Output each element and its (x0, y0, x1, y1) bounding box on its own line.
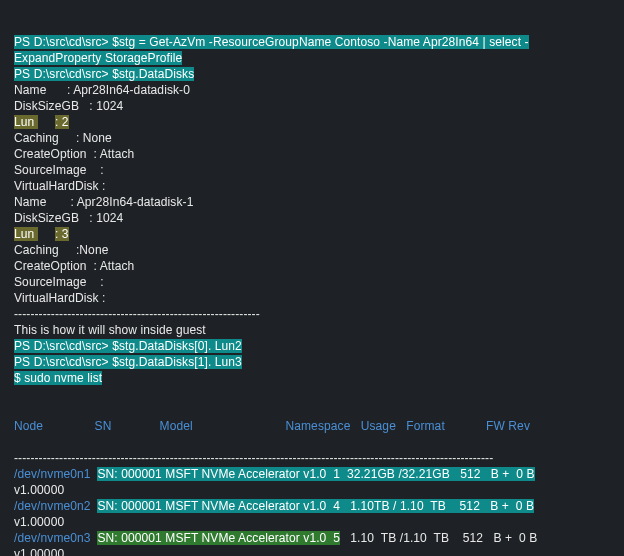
disk0-srcimg-label: SourceImage (14, 163, 86, 177)
disk0-vhd-value: : (102, 179, 105, 193)
row2-node: /dev/nvme0n2 (14, 499, 91, 513)
disk0-srcimg-value: : (100, 163, 103, 177)
disk0-name-label: Name (14, 83, 46, 97)
col-usage: Usage (361, 419, 396, 433)
row2-fw: v1.00000 (14, 515, 64, 529)
row1-rest: SN: 000001 MSFT NVMe Accelerator v1.0 1 … (97, 467, 534, 481)
row1-node: /dev/nvme0n1 (14, 467, 91, 481)
col-node: Node (14, 419, 43, 433)
ps-cmd-datadisks: PS D:\src\cd\src> $stg.DataDisks (14, 67, 194, 81)
disk1-caching-value: :None (76, 243, 109, 257)
disk0-size-label: DiskSizeGB (14, 99, 79, 113)
row3-rest-a: SN: 000001 MSFT NVMe Accelerator v1.0 5 (97, 531, 340, 545)
ps-cmd-datadisk1-lun: PS D:\src\cd\src> $stg.DataDisks[1]. Lun… (14, 355, 242, 369)
divider-long: ----------------------------------------… (14, 451, 493, 465)
disk1-srcimg-label: SourceImage (14, 275, 86, 289)
terminal-output: PS D:\src\cd\src> $stg = Get-AzVm -Resou… (0, 0, 624, 556)
disk1-create-label: CreateOption (14, 259, 87, 273)
col-format: Format (406, 419, 445, 433)
ps-cmd-datadisk0-lun: PS D:\src\cd\src> $stg.DataDisks[0]. Lun… (14, 339, 242, 353)
disk0-caching-value: : None (76, 131, 112, 145)
disk1-create-value: : Attach (93, 259, 134, 273)
ps-cmd-getazvm-line1: PS D:\src\cd\src> $stg = Get-AzVm -Resou… (14, 35, 529, 49)
disk0-size-value: : 1024 (89, 99, 123, 113)
row2-rest: SN: 000001 MSFT NVMe Accelerator v1.0 4 … (97, 499, 534, 513)
disk0-lun-value: : 2 (55, 115, 69, 129)
divider-short: ----------------------------------------… (14, 307, 260, 321)
disk1-name-label: Name (14, 195, 46, 209)
disk0-lun-label: Lun (14, 115, 38, 129)
disk1-vhd-value: : (102, 291, 105, 305)
disk0-create-value: : Attach (93, 147, 134, 161)
row1-fw: v1.00000 (14, 483, 64, 497)
guest-note: This is how it will show inside guest (14, 323, 206, 337)
row3-rest-b: 1.10 TB /1.10 TB 512 B + 0 B (340, 531, 537, 545)
row3-fw: v1.00000 (14, 547, 64, 556)
col-model: Model (160, 419, 193, 433)
disk1-vhd-label: VirtualHardDisk (14, 291, 99, 305)
disk1-lun-label: Lun (14, 227, 38, 241)
disk0-vhd-label: VirtualHardDisk (14, 179, 99, 193)
disk1-name-value: : Apr28In64-datadisk-1 (70, 195, 193, 209)
disk0-create-label: CreateOption (14, 147, 87, 161)
row3-node: /dev/nvme0n3 (14, 531, 91, 545)
disk0-name-value: : Apr28In64-datadisk-0 (67, 83, 190, 97)
col-namespace: Namespace (285, 419, 350, 433)
disk1-size-value: : 1024 (89, 211, 123, 225)
disk1-size-label: DiskSizeGB (14, 211, 79, 225)
disk1-lun-value: : 3 (55, 227, 69, 241)
ps-cmd-getazvm-line2: ExpandProperty StorageProfile (14, 51, 182, 65)
sudo-nvme-list: $ sudo nvme list (14, 371, 102, 385)
disk0-caching-label: Caching (14, 131, 59, 145)
disk1-srcimg-value: : (100, 275, 103, 289)
col-sn: SN (95, 419, 112, 433)
disk1-caching-label: Caching (14, 243, 59, 257)
col-fwrev: FW Rev (486, 419, 530, 433)
